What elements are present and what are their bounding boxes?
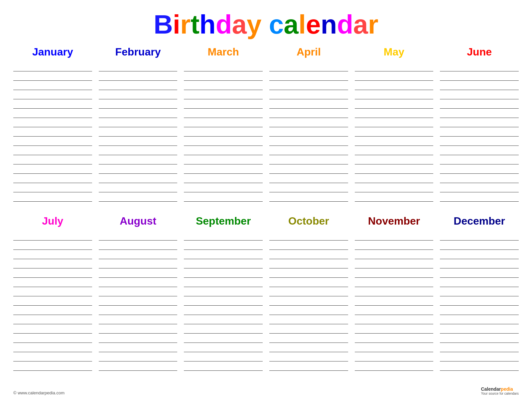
write-line[interactable] xyxy=(184,352,263,361)
write-line[interactable] xyxy=(99,99,178,109)
write-line[interactable] xyxy=(440,250,519,259)
write-line[interactable] xyxy=(13,352,92,361)
write-line[interactable] xyxy=(440,192,519,202)
write-line[interactable] xyxy=(440,296,519,306)
write-line[interactable] xyxy=(269,334,348,343)
write-line[interactable] xyxy=(99,287,178,296)
write-line[interactable] xyxy=(99,278,178,287)
write-line[interactable] xyxy=(99,241,178,250)
write-line[interactable] xyxy=(269,146,348,155)
write-line[interactable] xyxy=(184,174,263,183)
write-line[interactable] xyxy=(99,361,178,371)
write-line[interactable] xyxy=(269,361,348,371)
write-line[interactable] xyxy=(13,90,92,99)
write-line[interactable] xyxy=(355,192,434,202)
write-line[interactable] xyxy=(99,324,178,334)
write-line[interactable] xyxy=(269,306,348,315)
write-line[interactable] xyxy=(355,127,434,137)
write-line[interactable] xyxy=(13,71,92,81)
write-line[interactable] xyxy=(355,343,434,352)
write-line[interactable] xyxy=(269,164,348,174)
write-line[interactable] xyxy=(269,90,348,99)
write-line[interactable] xyxy=(355,109,434,118)
write-line[interactable] xyxy=(355,324,434,334)
write-line[interactable] xyxy=(440,137,519,146)
write-line[interactable] xyxy=(440,324,519,334)
write-line[interactable] xyxy=(99,192,178,202)
write-line[interactable] xyxy=(355,352,434,361)
write-line[interactable] xyxy=(184,278,263,287)
write-line[interactable] xyxy=(99,259,178,268)
write-line[interactable] xyxy=(440,315,519,324)
write-line[interactable] xyxy=(440,343,519,352)
write-line[interactable] xyxy=(184,334,263,343)
write-line[interactable] xyxy=(13,146,92,155)
write-line[interactable] xyxy=(99,118,178,127)
write-line[interactable] xyxy=(269,127,348,137)
write-line[interactable] xyxy=(440,334,519,343)
write-line[interactable] xyxy=(440,99,519,109)
write-line[interactable] xyxy=(355,287,434,296)
write-line[interactable] xyxy=(13,155,92,164)
write-line[interactable] xyxy=(440,268,519,278)
write-line[interactable] xyxy=(440,81,519,90)
write-line[interactable] xyxy=(99,183,178,192)
write-line[interactable] xyxy=(13,287,92,296)
write-line[interactable] xyxy=(440,146,519,155)
write-line[interactable] xyxy=(355,81,434,90)
write-line[interactable] xyxy=(440,306,519,315)
write-line[interactable] xyxy=(440,155,519,164)
write-line[interactable] xyxy=(184,324,263,334)
write-line[interactable] xyxy=(184,118,263,127)
write-line[interactable] xyxy=(13,109,92,118)
write-line[interactable] xyxy=(13,231,92,241)
write-line[interactable] xyxy=(440,62,519,71)
write-line[interactable] xyxy=(99,343,178,352)
write-line[interactable] xyxy=(355,241,434,250)
write-line[interactable] xyxy=(184,137,263,146)
write-line[interactable] xyxy=(440,183,519,192)
write-line[interactable] xyxy=(269,241,348,250)
write-line[interactable] xyxy=(269,137,348,146)
write-line[interactable] xyxy=(440,164,519,174)
write-line[interactable] xyxy=(440,118,519,127)
write-line[interactable] xyxy=(13,183,92,192)
write-line[interactable] xyxy=(269,352,348,361)
write-line[interactable] xyxy=(13,137,92,146)
write-line[interactable] xyxy=(13,241,92,250)
write-line[interactable] xyxy=(99,334,178,343)
write-line[interactable] xyxy=(13,250,92,259)
write-line[interactable] xyxy=(355,278,434,287)
write-line[interactable] xyxy=(184,155,263,164)
write-line[interactable] xyxy=(184,90,263,99)
write-line[interactable] xyxy=(13,296,92,306)
write-line[interactable] xyxy=(184,109,263,118)
write-line[interactable] xyxy=(99,155,178,164)
write-line[interactable] xyxy=(184,268,263,278)
write-line[interactable] xyxy=(355,99,434,109)
write-line[interactable] xyxy=(99,250,178,259)
write-line[interactable] xyxy=(440,259,519,268)
write-line[interactable] xyxy=(184,343,263,352)
write-line[interactable] xyxy=(355,231,434,241)
write-line[interactable] xyxy=(440,352,519,361)
write-line[interactable] xyxy=(184,192,263,202)
write-line[interactable] xyxy=(13,361,92,371)
write-line[interactable] xyxy=(269,192,348,202)
write-line[interactable] xyxy=(13,118,92,127)
write-line[interactable] xyxy=(269,109,348,118)
write-line[interactable] xyxy=(13,268,92,278)
write-line[interactable] xyxy=(99,268,178,278)
write-line[interactable] xyxy=(184,231,263,241)
write-line[interactable] xyxy=(355,164,434,174)
write-line[interactable] xyxy=(440,361,519,371)
write-line[interactable] xyxy=(269,287,348,296)
write-line[interactable] xyxy=(99,81,178,90)
write-line[interactable] xyxy=(355,71,434,81)
write-line[interactable] xyxy=(440,174,519,183)
write-line[interactable] xyxy=(184,361,263,371)
write-line[interactable] xyxy=(269,278,348,287)
write-line[interactable] xyxy=(269,231,348,241)
write-line[interactable] xyxy=(355,315,434,324)
write-line[interactable] xyxy=(440,127,519,137)
